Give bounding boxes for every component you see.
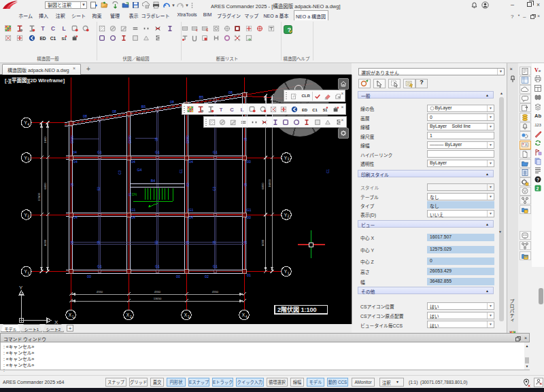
svg-text:2: 2 <box>537 186 539 191</box>
svg-text:?: ? <box>537 177 539 181</box>
svg-text:.123: .123 <box>534 123 541 127</box>
svg-text:01: 01 <box>247 273 251 277</box>
svg-text:G1: G1 <box>155 264 160 268</box>
svg-text:C1: C1 <box>312 108 318 112</box>
svg-text:08: 08 <box>97 240 101 245</box>
svg-text:00: 00 <box>247 215 251 219</box>
svg-text:Y: Y <box>19 285 23 291</box>
svg-text:3: 3 <box>288 158 290 161</box>
svg-text:G1: G1 <box>247 208 252 212</box>
svg-text:S2: S2 <box>186 183 190 187</box>
svg-text:1: 1 <box>72 315 74 319</box>
svg-text:ED: ED <box>39 36 46 41</box>
svg-text:T: T <box>220 107 223 113</box>
svg-text:08: 08 <box>170 100 174 104</box>
svg-text:Ab: Ab <box>534 113 541 119</box>
svg-text:X: X <box>54 319 58 324</box>
svg-text:00: 00 <box>176 274 180 279</box>
svg-text:08: 08 <box>228 90 233 94</box>
svg-text:17800: 17800 <box>37 193 41 201</box>
svg-text:02: 02 <box>205 274 209 279</box>
svg-text:2: 2 <box>130 315 132 319</box>
svg-text:04: 04 <box>73 150 77 154</box>
svg-text:e: e <box>539 69 541 73</box>
svg-text:S2: S2 <box>97 187 101 191</box>
svg-text:08: 08 <box>83 114 87 118</box>
svg-text:C3: C3 <box>118 171 122 175</box>
svg-text:13650: 13650 <box>154 297 162 300</box>
svg-text:4550: 4550 <box>154 290 161 293</box>
svg-text:08: 08 <box>244 137 248 141</box>
svg-text:08: 08 <box>213 240 216 245</box>
svg-text:3: 3 <box>27 158 29 161</box>
svg-text:C1: C1 <box>50 36 56 41</box>
svg-text:2階伏図 1:100: 2階伏図 1:100 <box>277 306 317 313</box>
svg-text:G4: G4 <box>137 168 142 172</box>
svg-text:2: 2 <box>27 215 29 218</box>
svg-text:08: 08 <box>112 109 116 113</box>
svg-text:08: 08 <box>186 240 190 245</box>
svg-text:4: 4 <box>27 123 29 126</box>
svg-text:04: 04 <box>73 160 78 164</box>
svg-text:1800: 1800 <box>44 137 47 143</box>
svg-text:G1: G1 <box>189 208 194 212</box>
svg-text:08: 08 <box>71 183 74 187</box>
svg-text:04: 04 <box>189 160 193 164</box>
svg-text:C: C <box>230 107 234 113</box>
svg-text:00: 00 <box>247 160 251 164</box>
svg-text:DS50: DS50 <box>186 135 190 143</box>
svg-text:8000: 8000 <box>261 239 265 246</box>
svg-text:DN: DN <box>132 192 137 196</box>
svg-text:DS50: DS50 <box>129 135 132 143</box>
svg-text:T: T <box>41 25 44 32</box>
svg-text:8000: 8000 <box>44 239 47 246</box>
svg-text:08: 08 <box>244 183 248 187</box>
svg-text:c: c <box>196 28 198 32</box>
svg-text:3: 3 <box>188 315 190 319</box>
svg-text:B5: B5 <box>199 95 203 99</box>
svg-text:G1: G1 <box>131 208 136 212</box>
svg-text:4550: 4550 <box>212 290 219 293</box>
svg-text:G1: G1 <box>97 150 102 154</box>
svg-text:08: 08 <box>155 137 158 141</box>
svg-text:G1: G1 <box>213 150 218 154</box>
svg-text:C1: C1 <box>180 169 183 173</box>
svg-text:08: 08 <box>71 240 74 245</box>
svg-text:4: 4 <box>245 315 248 319</box>
svg-text:04: 04 <box>189 215 193 219</box>
svg-text:C1: C1 <box>326 169 330 173</box>
svg-text:G1: G1 <box>213 264 218 268</box>
svg-text:04: 04 <box>131 215 135 219</box>
svg-text:8000: 8000 <box>261 183 265 190</box>
svg-text:1: 1 <box>288 272 290 275</box>
svg-text:8000: 8000 <box>44 183 47 190</box>
svg-text:S1: S1 <box>129 192 132 196</box>
svg-text:B5: B5 <box>141 105 146 109</box>
svg-text:B4: B4 <box>151 179 155 183</box>
svg-text:1: 1 <box>27 272 29 275</box>
svg-text:ED: ED <box>302 108 307 112</box>
svg-text:08: 08 <box>244 240 248 245</box>
svg-text:C3: C3 <box>213 187 216 191</box>
svg-text:4550: 4550 <box>97 290 103 293</box>
svg-text:04: 04 <box>131 160 135 164</box>
svg-text:L: L <box>62 25 65 32</box>
svg-text:G1: G1 <box>155 150 160 154</box>
svg-text:2: 2 <box>288 215 290 218</box>
svg-text:18000: 18000 <box>268 179 271 188</box>
svg-text:04: 04 <box>73 215 78 219</box>
svg-text:G: G <box>206 28 208 32</box>
svg-text:S2: S2 <box>155 240 158 245</box>
svg-text:00: 00 <box>87 274 91 279</box>
svg-text:C: C <box>51 25 55 32</box>
svg-text:DS50: DS50 <box>71 135 74 143</box>
svg-text:G1: G1 <box>97 264 102 268</box>
